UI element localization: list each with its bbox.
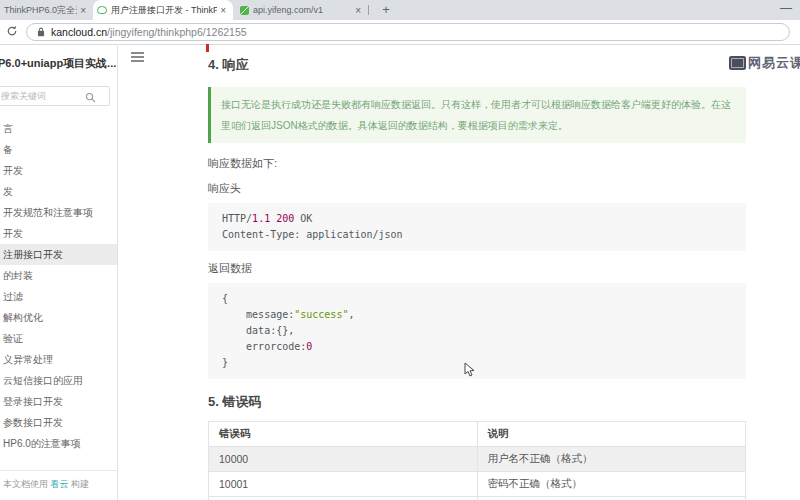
sidebar-item[interactable]: 验证 bbox=[0, 328, 117, 349]
col-header-errorcode: 错误码 bbox=[209, 422, 478, 447]
sidebar-item[interactable]: 开发 bbox=[0, 223, 117, 244]
page-body: P6.0+uniapp项目实战... 言 备 开发 发 开发规范和注意事项 开发… bbox=[0, 46, 800, 500]
tab-separator bbox=[368, 5, 369, 15]
cell-code: 10002 bbox=[209, 497, 478, 500]
sidebar-item[interactable]: 备 bbox=[0, 139, 117, 160]
code-string: "success" bbox=[294, 309, 348, 320]
sidebar-item[interactable]: 开发规范和注意事项 bbox=[0, 202, 117, 223]
response-intro: 响应数据如下: bbox=[208, 156, 746, 171]
main-content: 网易云课 4. 响应 接口无论是执行成功还是失败都有响应数据返回。只有这样，使用… bbox=[119, 46, 800, 500]
url-domain: kancloud.cn bbox=[51, 26, 107, 38]
sidebar-item[interactable]: 云短信接口的应用 bbox=[0, 370, 117, 391]
red-marker bbox=[206, 44, 209, 52]
cell-desc: 验证码错误 bbox=[477, 497, 746, 500]
api-favicon-icon bbox=[240, 6, 249, 15]
sidebar-item[interactable]: 参数接口开发 bbox=[0, 412, 117, 433]
error-code-table: 错误码 说明 10000 用户名不正确（格式） 10001 密码不正确（格式） … bbox=[208, 421, 746, 500]
section-4-heading: 4. 响应 bbox=[208, 56, 746, 74]
tab-strip: ThinkPHP6.0完全开发手册 × 用户注册接口开发 - ThinkPHP6… bbox=[0, 0, 800, 20]
netease-logo-icon bbox=[729, 56, 746, 70]
tab-title: api.yifeng.com/v1 bbox=[253, 5, 352, 15]
url-text: kancloud.cn/jingyifeng/thinkphp6/1262155 bbox=[51, 26, 247, 38]
sidebar-footer: 本文档使用 看云 构建 bbox=[0, 470, 118, 500]
kanyun-link[interactable]: 看云 bbox=[51, 479, 69, 489]
cell-code: 10000 bbox=[209, 447, 478, 472]
close-icon[interactable]: × bbox=[352, 5, 364, 16]
section-5-heading: 5. 错误码 bbox=[208, 393, 746, 411]
code-text: } bbox=[222, 357, 228, 368]
url-field[interactable]: kancloud.cn/jingyifeng/thinkphp6/1262155 bbox=[26, 23, 790, 41]
kancloud-favicon-icon bbox=[97, 6, 107, 14]
search-icon bbox=[85, 89, 96, 107]
toc-nav: 言 备 开发 发 开发规范和注意事项 开发 注册接口开发 的封装 过滤 解构优化… bbox=[0, 118, 117, 454]
table-row: 10002 验证码错误 bbox=[209, 497, 746, 500]
json-code-block: { message:"success", data:{}, errorcode:… bbox=[208, 283, 746, 379]
code-number: 0 bbox=[306, 341, 312, 352]
code-text: Content-Type: application/json bbox=[222, 229, 403, 240]
sidebar: P6.0+uniapp项目实战... 言 备 开发 发 开发规范和注意事项 开发… bbox=[0, 46, 118, 500]
http-code-block: HTTP/1.1 200 OK Content-Type: applicatio… bbox=[208, 203, 746, 251]
article: 4. 响应 接口无论是执行成功还是失败都有响应数据返回。只有这样，使用者才可以根… bbox=[208, 56, 746, 500]
minimize-button[interactable]: — bbox=[780, 0, 792, 20]
sidebar-item[interactable]: 言 bbox=[0, 118, 117, 139]
tab-title: 用户注册接口开发 - ThinkPHP6 bbox=[111, 4, 217, 17]
table-row: 10001 密码不正确（格式） bbox=[209, 472, 746, 497]
tab-api-yifeng[interactable]: api.yifeng.com/v1 × bbox=[236, 0, 368, 20]
sidebar-item[interactable]: 发 bbox=[0, 181, 117, 202]
response-header-label: 响应头 bbox=[208, 181, 746, 196]
address-bar: kancloud.cn/jingyifeng/thinkphp6/1262155 bbox=[0, 20, 800, 45]
footer-text: 构建 bbox=[69, 479, 90, 489]
menu-icon[interactable] bbox=[131, 52, 144, 63]
tab-thinkphp-manual[interactable]: ThinkPHP6.0完全开发手册 × bbox=[0, 0, 93, 20]
watermark-text: 网易云课 bbox=[748, 54, 800, 72]
table-row: 10000 用户名不正确（格式） bbox=[209, 447, 746, 472]
sidebar-item[interactable]: 义异常处理 bbox=[0, 349, 117, 370]
sidebar-item-user-register-active[interactable]: 注册接口开发 bbox=[0, 244, 117, 265]
code-text: errorcode: bbox=[222, 341, 306, 352]
netease-watermark: 网易云课 bbox=[729, 54, 800, 72]
book-title: P6.0+uniapp项目实战... bbox=[0, 56, 117, 71]
col-header-description: 说明 bbox=[477, 422, 746, 447]
code-text: message: bbox=[222, 309, 294, 320]
callout-note: 接口无论是执行成功还是失败都有响应数据返回。只有这样，使用者才可以根据响应数据给… bbox=[208, 87, 746, 143]
cell-desc: 密码不正确（格式） bbox=[477, 472, 746, 497]
code-text: { bbox=[222, 293, 228, 304]
cell-desc: 用户名不正确（格式） bbox=[477, 447, 746, 472]
sidebar-item[interactable]: 的封装 bbox=[0, 265, 117, 286]
close-icon[interactable]: × bbox=[217, 5, 229, 16]
code-text: HTTP/ bbox=[222, 213, 252, 224]
sidebar-search bbox=[0, 85, 110, 106]
table-header-row: 错误码 说明 bbox=[209, 422, 746, 447]
url-path: /jingyifeng/thinkphp6/1262155 bbox=[107, 26, 247, 38]
code-text: data:{}, bbox=[222, 325, 294, 336]
tab-user-register-api[interactable]: 用户注册接口开发 - ThinkPHP6 × bbox=[93, 0, 233, 20]
close-icon[interactable]: × bbox=[77, 5, 89, 16]
mouse-cursor bbox=[464, 362, 476, 382]
new-tab-button[interactable]: + bbox=[376, 0, 396, 20]
footer-text: 本文档使用 bbox=[3, 479, 51, 489]
cell-code: 10001 bbox=[209, 472, 478, 497]
return-data-label: 返回数据 bbox=[208, 261, 746, 276]
sidebar-item[interactable]: 开发 bbox=[0, 160, 117, 181]
sidebar-item[interactable]: 登录接口开发 bbox=[0, 391, 117, 412]
code-number: 1.1 200 bbox=[252, 213, 294, 224]
sidebar-item[interactable]: 过滤 bbox=[0, 286, 117, 307]
reload-icon[interactable] bbox=[2, 23, 22, 41]
code-text: , bbox=[348, 309, 354, 320]
code-text: OK bbox=[294, 213, 312, 224]
sidebar-item[interactable]: 解构优化 bbox=[0, 307, 117, 328]
sidebar-item[interactable]: HP6.0的注意事项 bbox=[0, 433, 117, 454]
lock-icon bbox=[37, 27, 45, 37]
tab-title: ThinkPHP6.0完全开发手册 bbox=[4, 4, 77, 17]
